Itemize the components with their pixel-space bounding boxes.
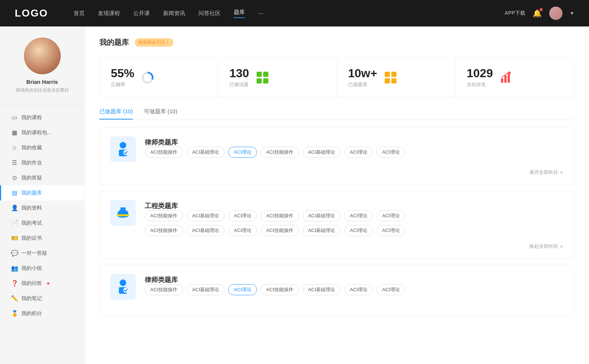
certificates-icon: 🎫	[11, 235, 18, 242]
bank-footer: 收起全部科目 ∧	[110, 243, 564, 250]
expand-link[interactable]: 展开全部科目 ∨	[529, 169, 564, 175]
navbar-right: APP下载 🔔 ▼	[505, 7, 574, 20]
main-content: 我的题库 体验剩余23天！ 55% 正确率	[85, 26, 589, 364]
nav-more[interactable]: ···	[258, 10, 264, 17]
sidebar-menu: ▭ 我的课程 ▦ 我的课程包... ☆ 我的收藏 ☰ 我的作业 ⊙ 我的答疑 ▤…	[0, 110, 84, 321]
tag-item[interactable]: ACI基础理论	[303, 147, 341, 158]
tag-item[interactable]: ACI基础理论	[303, 210, 341, 221]
stat-banks-value: 10w+	[348, 67, 377, 80]
sidebar-divider	[0, 105, 84, 106]
tag-item[interactable]: ACI基础理论	[187, 225, 225, 236]
tab-available[interactable]: 可做题库 (10)	[144, 108, 177, 119]
svg-rect-7	[385, 72, 390, 77]
sidebar-item-1on1[interactable]: 💬 一对一答疑	[0, 246, 84, 261]
sidebar-item-favorites[interactable]: ☆ 我的收藏	[0, 140, 84, 155]
sidebar-item-homework[interactable]: ☰ 我的作业	[0, 155, 84, 170]
tag-item[interactable]: ACI技能操作	[261, 210, 299, 221]
nav-qa[interactable]: 问答社区	[198, 10, 221, 17]
sidebar-item-label: 我的课程	[21, 114, 42, 121]
logo: LOGO	[15, 7, 52, 19]
nav-questions[interactable]: 题库	[234, 9, 245, 18]
sidebar-item-certificates[interactable]: 🎫 我的证书	[0, 231, 84, 246]
tag-item[interactable]: ACI技能操作	[145, 225, 183, 236]
stat-banks-text: 10w+ 已做题库	[348, 67, 377, 88]
sidebar-avatar-image	[24, 38, 61, 74]
course-packages-icon: ▦	[11, 129, 18, 136]
bank-footer: 展开全部科目 ∨	[110, 169, 564, 176]
tag-item[interactable]: ACI理论	[228, 225, 257, 236]
tag-item[interactable]: ACI技能操作	[261, 225, 299, 236]
collapse-link[interactable]: 收起全部科目 ∧	[529, 243, 564, 249]
questions-icon	[255, 70, 270, 85]
bank-tags: ACI技能操作 ACI基础理论 ACI理论 ACI技能操作 ACI基础理论 AC…	[145, 147, 405, 158]
bank-title: 律师类题库	[145, 274, 405, 284]
points-icon: 🏅	[11, 310, 18, 317]
tag-item[interactable]: ACI理论	[344, 284, 373, 295]
nav-news[interactable]: 新闻资讯	[163, 10, 185, 17]
svg-point-21	[120, 279, 126, 286]
avatar-dropdown-icon[interactable]: ▼	[570, 11, 574, 16]
tag-item[interactable]: ACI技能操作	[145, 147, 183, 158]
sidebar-motto: 错误的决定比没有决定要好	[8, 87, 76, 93]
bank-title: 律师类题库	[145, 136, 405, 147]
notification-dot	[540, 8, 543, 11]
tag-item[interactable]: ACI技能操作	[145, 210, 183, 221]
svg-point-15	[120, 142, 126, 149]
stat-ranking-label: 全站排名	[467, 81, 493, 88]
tag-item[interactable]: ACI基础理论	[303, 284, 341, 295]
sidebar-item-question-bank[interactable]: ▤ 我的题库	[0, 185, 84, 200]
tag-item[interactable]: ACI理论	[377, 284, 405, 295]
tag-item[interactable]: ACI理论	[228, 210, 257, 221]
sidebar-item-courses[interactable]: ▭ 我的课程	[0, 110, 84, 125]
avatar[interactable]	[549, 7, 562, 20]
tag-item[interactable]: ACI基础理论	[187, 284, 225, 295]
stat-questions-done: 130 已做试题	[218, 58, 337, 97]
nav-home[interactable]: 首页	[74, 10, 85, 17]
svg-rect-12	[504, 75, 507, 83]
sidebar-profile: Brian Harris 错误的决定比没有决定要好	[0, 38, 84, 101]
tag-item[interactable]: ACI理论	[377, 210, 405, 221]
tag-item[interactable]: ACI技能操作	[145, 284, 183, 295]
stat-ranking-text: 1029 全站排名	[467, 67, 493, 88]
svg-rect-10	[391, 78, 396, 83]
homework-icon: ☰	[11, 159, 18, 166]
stat-accuracy-label: 正确率	[111, 81, 134, 88]
sidebar-item-qna[interactable]: ⊙ 我的答疑	[0, 170, 84, 185]
sidebar-item-label: 我的证书	[21, 235, 42, 242]
sidebar-item-label: 我的作业	[21, 160, 42, 166]
svg-point-2	[145, 75, 150, 80]
svg-rect-11	[501, 78, 503, 83]
sidebar-item-course-packages[interactable]: ▦ 我的课程包...	[0, 125, 84, 140]
tag-item[interactable]: ACI技能操作	[261, 147, 299, 158]
app-download-button[interactable]: APP下载	[505, 10, 525, 17]
tag-item[interactable]: ACI理论	[377, 225, 405, 236]
sidebar-item-label: 一对一答疑	[21, 250, 47, 257]
sidebar-item-notes[interactable]: ✏️ 我的笔记	[0, 291, 84, 306]
sidebar-item-exams[interactable]: 📄 我的考试	[0, 215, 84, 231]
tag-item[interactable]: ACI技能操作	[261, 284, 299, 295]
tag-item-active[interactable]: ACI理论	[228, 147, 257, 158]
tag-item[interactable]: ACI基础理论	[187, 210, 225, 221]
tab-done[interactable]: 已做题库 (10)	[99, 108, 133, 119]
bank-card-lawyer-1: 律师类题库 ACI技能操作 ACI基础理论 ACI理论 ACI技能操作 ACI基…	[99, 127, 574, 185]
nav-discover[interactable]: 发现课程	[98, 10, 120, 17]
tag-item[interactable]: ACI理论	[344, 147, 373, 158]
tag-item[interactable]: ACI基础理论	[187, 147, 225, 158]
tag-item[interactable]: ACI理论	[344, 210, 373, 221]
groups-icon: 👥	[11, 265, 18, 272]
notification-bell[interactable]: 🔔	[533, 9, 542, 18]
nav-opencourse[interactable]: 公开课	[133, 10, 150, 17]
tag-item[interactable]: ACI理论	[344, 225, 373, 236]
sidebar-item-points[interactable]: 🏅 我的积分	[0, 306, 84, 321]
tag-item-active[interactable]: ACI理论	[228, 284, 257, 295]
sidebar-item-groups[interactable]: 👥 我的小组	[0, 261, 84, 276]
bank-card-header: 律师类题库 ACI技能操作 ACI基础理论 ACI理论 ACI技能操作 ACI基…	[110, 136, 564, 162]
sidebar-item-profile[interactable]: 👤 我的资料	[0, 200, 84, 215]
tag-item[interactable]: ACI理论	[377, 147, 405, 158]
stats-row: 55% 正确率 130 已做试题	[99, 58, 574, 97]
tag-item[interactable]: ACI基础理论	[303, 225, 341, 236]
sidebar-username: Brian Harris	[27, 79, 58, 85]
qna-icon: ⊙	[11, 174, 18, 181]
bank-card-header: 工程类题库 ACI技能操作 ACI基础理论 ACI理论 ACI技能操作 ACI基…	[110, 200, 564, 236]
sidebar-item-my-questions[interactable]: ❓ 我的问答	[0, 276, 84, 291]
